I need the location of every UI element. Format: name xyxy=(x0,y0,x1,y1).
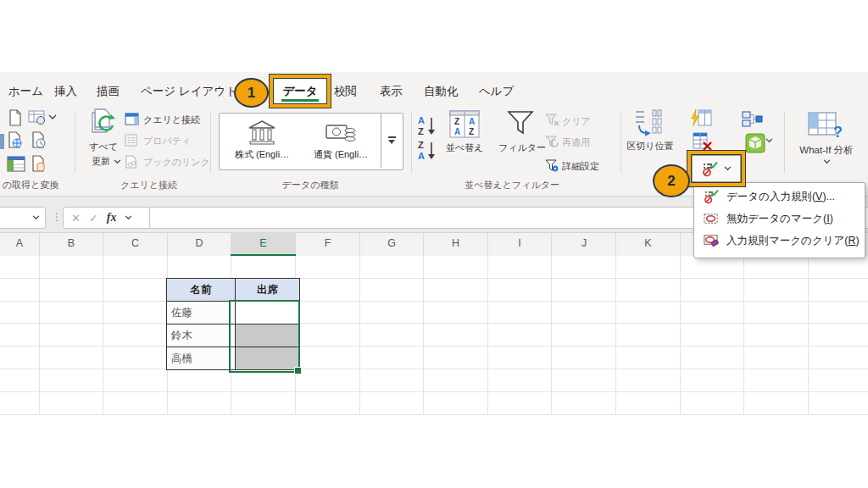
chevron-down-icon[interactable] xyxy=(48,114,57,120)
menu-item-clear-validation-circles[interactable]: 入力規則マークのクリア(R) xyxy=(694,230,865,252)
queries-connections-button[interactable]: クエリと接続 xyxy=(143,114,200,126)
chevron-down-icon[interactable] xyxy=(765,138,773,143)
cell-e-active[interactable] xyxy=(236,302,300,324)
data-validation-menu: データの入力規則(V)... 無効データのマーク(I) 入力規則マークのクリア(… xyxy=(693,182,865,258)
tab-help[interactable]: ヘルプ xyxy=(479,84,514,99)
cell-e-selected[interactable] xyxy=(236,324,300,347)
table-camera-icon[interactable] xyxy=(28,110,47,125)
tab-review[interactable]: 校閲 xyxy=(334,84,357,99)
enter-icon[interactable]: ✓ xyxy=(89,212,98,225)
cell-d-name[interactable]: 高橋 xyxy=(167,347,236,370)
queries-window-icon[interactable] xyxy=(125,113,139,125)
tab-automate[interactable]: 自動化 xyxy=(424,84,459,99)
workbook-links-icon[interactable] xyxy=(125,155,138,169)
tab-data[interactable]: データ xyxy=(282,84,317,99)
clear-filter-button: クリア xyxy=(562,115,591,128)
doc-globe-icon[interactable] xyxy=(7,131,24,150)
cell-d-name[interactable]: 鈴木 xyxy=(167,324,236,347)
advanced-filter-icon[interactable] xyxy=(545,159,559,173)
filter-icon[interactable] xyxy=(507,110,534,138)
refresh-all-label-2[interactable]: 更新 xyxy=(85,155,117,168)
ribbon-divider xyxy=(411,112,412,173)
data-validation-button[interactable] xyxy=(692,155,741,182)
properties-icon[interactable] xyxy=(125,134,138,147)
sort-button[interactable]: 並べ替え xyxy=(439,141,490,154)
step-2-badge: 2 xyxy=(653,164,690,197)
chevron-down-icon[interactable] xyxy=(114,159,121,164)
cell-e-selected[interactable] xyxy=(236,347,300,370)
clear-validation-circles-icon xyxy=(704,233,719,248)
tab-draw[interactable]: 描画 xyxy=(97,84,120,99)
svg-text:Z: Z xyxy=(418,126,424,136)
svg-text:A: A xyxy=(454,127,460,136)
column-header[interactable]: G xyxy=(359,237,424,249)
clear-filter-icon xyxy=(545,114,559,127)
column-header[interactable]: D xyxy=(167,237,231,249)
header-cell-name[interactable]: 名前 xyxy=(167,279,236,302)
column-header[interactable]: J xyxy=(552,237,616,249)
tab-home[interactable]: ホーム xyxy=(8,84,43,99)
column-header[interactable]: F xyxy=(296,237,359,249)
doc-clock-icon[interactable] xyxy=(31,131,47,150)
sort-descending-icon[interactable]: Z A xyxy=(417,140,437,161)
worksheet-grid[interactable] xyxy=(0,256,868,415)
column-header[interactable]: H xyxy=(424,237,487,249)
chevron-down-icon[interactable] xyxy=(32,215,40,220)
clipped-ribbon-icon[interactable] xyxy=(0,134,4,149)
table-row: 鈴木 xyxy=(167,324,300,347)
flash-fill-icon[interactable] xyxy=(691,109,712,126)
group-label-data-types: データの種類 xyxy=(271,179,349,191)
data-model-icon[interactable] xyxy=(745,133,765,153)
refresh-all-label-1[interactable]: すべて xyxy=(87,141,120,153)
new-query-doc-icon[interactable] xyxy=(7,109,24,126)
column-header[interactable]: I xyxy=(487,237,552,249)
name-box[interactable] xyxy=(0,207,46,229)
refresh-all-icon[interactable] xyxy=(90,108,117,139)
remove-duplicates-icon[interactable] xyxy=(693,132,713,152)
menu-item-circle-invalid-data[interactable]: 無効データのマーク(I) xyxy=(694,208,865,230)
properties-button: プロパティ xyxy=(143,135,191,147)
table-source-icon[interactable] xyxy=(7,156,25,173)
menu-item-data-validation[interactable]: データの入力規則(V)... xyxy=(694,186,865,208)
svg-text:Z: Z xyxy=(418,140,424,150)
chevron-down-icon[interactable] xyxy=(125,215,132,220)
column-header-e-selected[interactable]: E xyxy=(231,232,296,256)
doc-database-icon[interactable] xyxy=(31,155,47,174)
tab-insert[interactable]: 挿入 xyxy=(54,84,77,99)
currency-data-type[interactable]: 通貨 (Engli… xyxy=(303,117,379,166)
text-to-columns-button[interactable]: 区切り位置 xyxy=(626,140,675,152)
text-to-columns-icon[interactable] xyxy=(634,108,663,137)
what-if-analysis-button[interactable]: What-If 分析 xyxy=(788,144,865,157)
cell-d-name[interactable]: 佐藤 xyxy=(167,302,236,324)
excel-window: ホーム 挿入 描画 ページ レイアウト 校閲 表示 自動化 ヘルプ 1 データ xyxy=(0,0,868,488)
filter-button[interactable]: フィルター xyxy=(498,141,542,154)
what-if-table-icon[interactable]: ? xyxy=(808,112,843,139)
header-cell-attend[interactable]: 出席 xyxy=(236,279,300,302)
sort-dialog-icon[interactable]: Z A A Z xyxy=(449,110,480,139)
sort-ascending-icon[interactable]: A Z xyxy=(417,115,437,136)
advanced-filter-button[interactable]: 詳細設定 xyxy=(562,160,599,173)
column-header[interactable]: C xyxy=(103,237,167,249)
column-header[interactable]: B xyxy=(39,237,103,249)
stocks-data-type[interactable]: 株式 (Engli… xyxy=(223,117,301,166)
chevron-down-icon[interactable] xyxy=(823,159,831,164)
tab-view[interactable]: 表示 xyxy=(380,84,403,99)
formula-bar-separator: ⋮ xyxy=(52,211,62,223)
tab-page-layout[interactable]: ページ レイアウト xyxy=(141,84,237,99)
column-header[interactable]: K xyxy=(616,237,680,249)
bank-icon xyxy=(248,120,276,146)
step-1-badge: 1 xyxy=(234,78,269,108)
ribbon-divider xyxy=(784,112,785,173)
stocks-label: 株式 (Engli… xyxy=(223,148,301,161)
insert-function-icon[interactable]: fx xyxy=(107,211,117,225)
consolidate-icon[interactable] xyxy=(742,111,763,127)
group-label-sort-filter: 並べ替えとフィルター xyxy=(458,179,566,191)
data-tab-highlight: データ xyxy=(270,75,331,108)
column-header[interactable]: A xyxy=(0,237,39,249)
step-2-number: 2 xyxy=(667,173,675,190)
gallery-more-button[interactable] xyxy=(381,114,403,168)
data-types-gallery: 株式 (Engli… 通貨 (Engli… xyxy=(219,113,403,170)
svg-text:A: A xyxy=(418,151,425,161)
data-validation-icon xyxy=(702,161,718,177)
cancel-icon[interactable]: ✕ xyxy=(71,212,81,225)
